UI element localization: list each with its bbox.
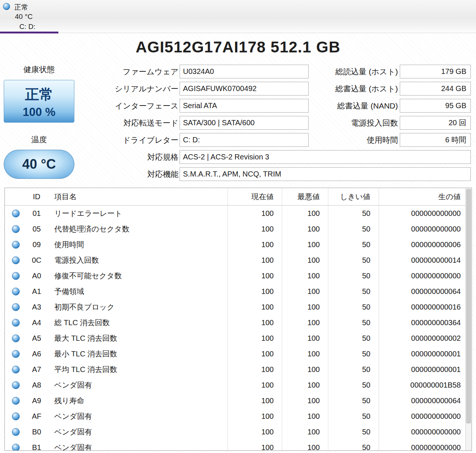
standard-label: 対応規格 [53, 150, 178, 164]
attr-worst: 100 [282, 315, 328, 330]
attr-name: ベンダ固有 [47, 440, 228, 451]
attr-threshold: 50 [328, 377, 379, 393]
power-count-label: 電源投入回数 [283, 116, 398, 130]
attr-id: A3 [26, 299, 47, 315]
attr-id: 0C [26, 252, 47, 268]
attr-worst: 100 [282, 206, 328, 221]
attr-id: AF [26, 408, 47, 424]
features-label: 対応機能 [53, 167, 178, 181]
status-good-orb-icon [12, 350, 20, 358]
status-good-orb-icon [12, 381, 20, 389]
row-status-cell [5, 299, 26, 315]
status-good-orb-icon [12, 444, 20, 451]
table-row[interactable]: AF ベンダ固有 100 100 50 000000000000 [5, 408, 465, 424]
attr-raw: 000000000000 [379, 221, 465, 237]
attr-name: 予備領域 [47, 284, 228, 299]
table-row[interactable]: A0 修復不可能セクタ数 100 100 50 000000000000 [5, 268, 465, 284]
table-row[interactable]: A1 予備領域 100 100 50 000000000064 [5, 284, 465, 299]
attr-raw: 000000000364 [379, 315, 465, 330]
row-status-cell [5, 440, 26, 451]
table-row[interactable]: A4 総 TLC 消去回数 100 100 50 000000000364 [5, 315, 465, 330]
attr-name: ベンダ固有 [47, 424, 228, 440]
table-row[interactable]: 09 使用時間 100 100 50 000000000006 [5, 237, 465, 252]
attr-id: A1 [26, 284, 47, 299]
attr-threshold: 50 [328, 330, 379, 346]
attr-id: A7 [26, 362, 47, 377]
power-hours-label: 使用時間 [283, 133, 398, 147]
attr-raw: 000000000000 [379, 408, 465, 424]
attr-raw: 000000000002 [379, 330, 465, 346]
row-status-cell [5, 330, 26, 346]
attr-id: 09 [26, 237, 47, 252]
page-title: AGI512G17AI178 512.1 GB [0, 38, 476, 56]
drive-tab-temp: 40 °C [15, 13, 33, 21]
attr-threshold: 50 [328, 315, 379, 330]
attr-worst: 100 [282, 221, 328, 237]
attr-id: A9 [26, 393, 47, 408]
smart-attribute-table: ID 項目名 現在値 最悪値 しきい値 生の値 01 リードエラーレート 100… [4, 188, 472, 451]
status-good-orb-icon [12, 366, 20, 373]
active-tab-underline [0, 32, 58, 33]
drive-tab[interactable]: 正常 40 °C C: D: [0, 0, 58, 33]
attr-current: 100 [228, 393, 282, 408]
table-row[interactable]: A6 最小 TLC 消去回数 100 100 50 000000000001 [5, 346, 465, 362]
host-writes-label: 総書込量 (ホスト) [283, 82, 398, 96]
status-good-orb-icon [12, 256, 20, 264]
smart-table-header: ID 項目名 現在値 最悪値 しきい値 生の値 [5, 188, 465, 206]
status-good-orb-icon [12, 319, 20, 327]
attr-worst: 100 [282, 330, 328, 346]
attr-raw: 000000000064 [379, 284, 465, 299]
table-row[interactable]: A8 ベンダ固有 100 100 50 000000001B58 [5, 377, 465, 393]
attr-name: ベンダ固有 [47, 377, 228, 393]
table-row[interactable]: B1 ベンダ固有 100 100 50 000000000000 [5, 440, 465, 451]
table-row[interactable]: A7 平均 TLC 消去回数 100 100 50 000000000001 [5, 362, 465, 377]
scrollbar-thumb[interactable] [466, 189, 471, 423]
attr-raw: 000000000000 [379, 268, 465, 284]
host-writes-value: 244 GB [400, 82, 471, 96]
row-status-cell [5, 393, 26, 408]
status-good-orb-icon [12, 210, 20, 217]
attr-current: 100 [228, 206, 282, 221]
status-good-orb-icon [12, 241, 20, 249]
drive-selector-bar: 正常 40 °C C: D: [0, 0, 476, 33]
attr-name: 残り寿命 [47, 393, 228, 408]
attr-id: B1 [26, 440, 47, 451]
attr-id: A8 [26, 377, 47, 393]
attr-current: 100 [228, 221, 282, 237]
status-good-orb-icon [12, 397, 20, 405]
attr-current: 100 [228, 268, 282, 284]
table-row[interactable]: A5 最大 TLC 消去回数 100 100 50 000000000002 [5, 330, 465, 346]
attr-worst: 100 [282, 268, 328, 284]
attr-current: 100 [228, 330, 282, 346]
attr-worst: 100 [282, 424, 328, 440]
attr-worst: 100 [282, 284, 328, 299]
attr-raw: 000000000064 [379, 393, 465, 408]
attr-current: 100 [228, 408, 282, 424]
attr-current: 100 [228, 252, 282, 268]
attr-name: 総 TLC 消去回数 [47, 315, 228, 330]
drive-letter-label: ドライブレター [53, 133, 178, 147]
header-id: ID [26, 188, 47, 205]
table-row[interactable]: A9 残り寿命 100 100 50 000000000064 [5, 393, 465, 408]
attr-raw: 000000000000 [379, 424, 465, 440]
table-scrollbar[interactable] [465, 188, 472, 450]
table-row[interactable]: 0C 電源投入回数 100 100 50 000000000014 [5, 252, 465, 268]
host-reads-label: 総読込量 (ホスト) [283, 65, 398, 78]
row-status-cell [5, 252, 26, 268]
row-status-cell [5, 362, 26, 377]
status-good-orb-icon [12, 225, 20, 233]
attr-name: 平均 TLC 消去回数 [47, 362, 228, 377]
attr-current: 100 [228, 424, 282, 440]
status-good-orb-icon [12, 272, 20, 280]
table-row[interactable]: 01 リードエラーレート 100 100 50 000000000000 [5, 206, 465, 221]
attr-current: 100 [228, 299, 282, 315]
header-name: 項目名 [47, 188, 228, 205]
row-status-cell [5, 206, 26, 221]
attr-threshold: 50 [328, 346, 379, 362]
attr-threshold: 50 [328, 252, 379, 268]
table-row[interactable]: 05 代替処理済のセクタ数 100 100 50 000000000000 [5, 221, 465, 237]
attr-worst: 100 [282, 440, 328, 451]
table-row[interactable]: A3 初期不良ブロック 100 100 50 000000000016 [5, 299, 465, 315]
drive-tab-status: 正常 [14, 3, 28, 12]
table-row[interactable]: B0 ベンダ固有 100 100 50 000000000000 [5, 424, 465, 440]
